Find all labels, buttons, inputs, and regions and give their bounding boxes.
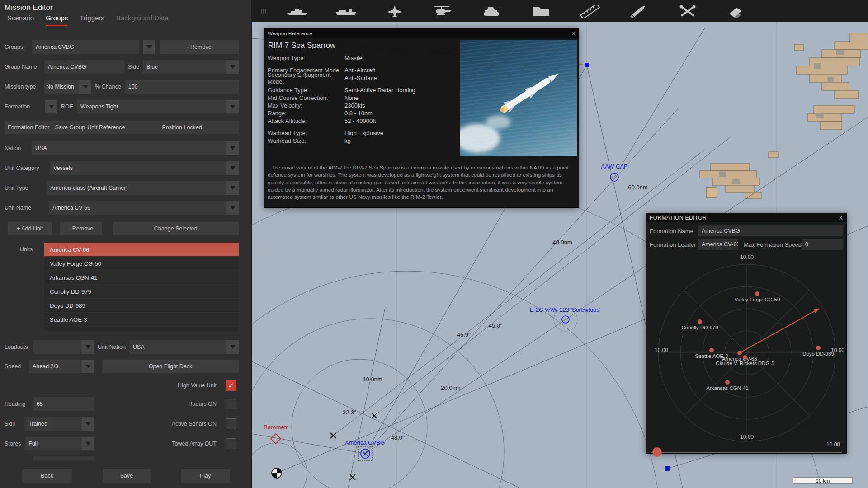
mission-type-label: Mission type [5,84,41,90]
unit-list-item[interactable]: Deyo DD-989 [44,299,239,313]
towed-array-checkbox[interactable] [226,438,236,449]
unit-nation-value[interactable]: USA [129,340,226,354]
add-unit-button[interactable]: + Add Unit [8,222,52,235]
open-flight-deck-button[interactable]: Open Flight Deck [102,360,239,373]
unit-category-value[interactable]: Vessels [50,161,226,175]
position-locked-toggle[interactable]: Position Locked [162,124,202,131]
unit-list-item[interactable]: Arkansas CGN-41 [44,271,239,285]
tab-triggers[interactable]: Triggers [80,14,104,26]
groups-select[interactable]: America CVBG [32,40,139,54]
formation-editor-button[interactable]: Formation Editor [8,124,49,131]
formation-unit-dot[interactable] [698,319,702,324]
mission-type-dropdown-arrow[interactable] [79,80,91,94]
map-scale-bar: 10 km [793,477,853,484]
helicopter-icon[interactable] [419,2,468,21]
formation-unit-dot[interactable] [737,351,742,355]
remove-group-button[interactable]: - Remove [160,40,239,54]
unit-list-item[interactable]: Conolly DD-979 [44,285,239,299]
nation-dropdown-arrow[interactable] [226,141,239,155]
formation-unit-dot[interactable] [755,291,760,296]
remove-unit-button[interactable]: - Remove [60,222,102,235]
unit-nation-label: Unit Nation [98,344,126,350]
unit-nation-dropdown-arrow[interactable] [226,340,239,354]
side-select: Blue [143,60,239,74]
chance-input[interactable]: 100 [125,80,239,94]
speed-select[interactable]: Ahead 2/3 [29,360,82,373]
unit-list-item[interactable]: Seattle AOE-3 [44,313,239,327]
play-button[interactable]: Play [181,469,230,483]
roe-value[interactable]: Weapons Tight [77,100,226,113]
loadouts-dropdown-arrow[interactable] [82,340,94,354]
tools-icon[interactable] [663,2,712,21]
unit-category-dropdown-arrow[interactable] [226,161,239,175]
unit-name-dropdown-arrow[interactable] [226,201,239,215]
speed-dropdown-arrow[interactable] [82,360,94,373]
roe-select: Weapons Tight [77,100,239,113]
toolbar-drag-handle[interactable] [261,9,266,14]
high-value-unit-checkbox[interactable]: ✓ [226,380,236,391]
mission-type-select[interactable]: No Mission [44,80,79,94]
chance-label: % Chance [95,84,121,90]
side-dropdown-arrow[interactable] [226,60,239,74]
save-button[interactable]: Save [103,469,151,483]
loadouts-select[interactable] [33,340,82,354]
carrier-icon[interactable] [321,2,370,21]
stores-row: Stores Full Towed Array OUT [5,437,239,450]
roe-dropdown-arrow[interactable] [226,100,239,113]
skill-dropdown-arrow[interactable] [82,417,94,431]
side-value[interactable]: Blue [143,60,226,74]
pencil-icon[interactable] [614,2,663,21]
map-scale-label: 10 km [816,478,830,483]
formation-range-slider-value: 10.00 [826,441,840,448]
fighter-jet-icon[interactable] [370,2,419,21]
formation-dropdown-arrow[interactable] [45,100,57,113]
ruler-icon[interactable] [566,2,614,21]
map-annotation: America CVBG [345,439,385,446]
stores-label: Stores [5,441,21,447]
map-annotation: 32.3° [343,409,357,416]
skill-select[interactable]: Trained [25,417,82,431]
eraser-icon[interactable] [712,2,761,21]
tab-scenario[interactable]: Scenario [7,14,34,26]
unit-type-dropdown-arrow[interactable] [226,181,239,195]
group-name-row: Group Name America CVBG Side Blue [5,60,239,74]
unit-list-item[interactable]: Claude V. Rickets DDG-5 [44,327,239,331]
unit-list-item[interactable]: America CV-66 [44,243,239,257]
map-annotation: 10.0nm [363,376,382,383]
group-name-input[interactable]: America CVBG [44,60,124,74]
formation-label: Formation [5,103,42,110]
formation-unit-label: Valley Forge CG-50 [735,297,780,302]
unit-name-value[interactable]: America CV-66 [49,201,226,215]
change-selected-button[interactable]: Change Selected [113,222,239,235]
unit-type-value[interactable]: America-class (Aircraft Carrier) [47,181,226,195]
formation-range-slider-track[interactable] [651,452,842,453]
stores-dropdown-arrow[interactable] [82,437,94,450]
formation-range-slider-handle[interactable] [652,447,662,457]
active-sonars-checkbox[interactable] [226,418,236,429]
nation-value[interactable]: USA [32,141,226,155]
spec-row: Warhead Size:kg [268,137,458,145]
groups-dropdown-arrow[interactable] [143,40,155,54]
save-group-button[interactable]: Save Group [55,124,85,131]
radars-checkbox[interactable] [226,399,236,409]
folder-icon[interactable] [517,2,566,21]
unit-list-item[interactable]: Valley Forge CG-50 [44,257,239,271]
tab-background-data[interactable]: Background Data [116,14,169,26]
high-value-unit-label: High Value Unit [178,382,217,389]
map-annotation: 60.0nm [628,184,647,191]
warship-icon[interactable] [273,2,321,21]
tank-icon[interactable] [468,2,517,21]
formation-unit-dot[interactable] [816,346,821,350]
weapon-reference-titlebar[interactable]: Weapon Reference X [264,28,579,38]
formation-unit-dot[interactable] [743,355,747,360]
tab-groups[interactable]: Groups [46,14,68,26]
back-button[interactable]: Back [22,469,72,483]
formation-unit-dot[interactable] [725,380,730,385]
unit-reference-button[interactable]: Unit Reference [87,124,125,131]
stores-select[interactable]: Full [25,437,82,450]
units-list: America CV-66 Valley Forge CG-50 Arkansa… [44,243,239,331]
formation-unit-dot[interactable] [709,348,714,352]
map-annotation: Barometr [264,424,288,431]
heading-input[interactable]: 65 [33,397,94,411]
close-icon[interactable]: X [572,31,576,36]
